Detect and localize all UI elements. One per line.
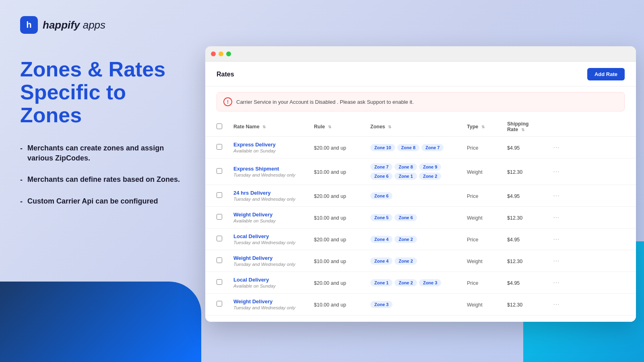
browser-titlebar — [205, 46, 636, 62]
bullet-item-2: Merchants can define rates based on Zone… — [20, 175, 185, 185]
th-rule[interactable]: Rule ⇅ — [308, 117, 365, 137]
maximize-dot[interactable] — [226, 51, 231, 56]
rule-text-0: $20.00 and up — [314, 145, 346, 151]
sort-rate-name-icon: ⇅ — [262, 125, 266, 129]
bullet-item-1: Merchants can create zones and assign va… — [20, 143, 185, 163]
rate-sub-5: Tuesday and Wednesday only — [233, 262, 303, 267]
row-checkbox-1[interactable] — [217, 168, 222, 174]
table-row: Local DeliveryTuesday and Wednesday only… — [205, 228, 636, 250]
zones-cell-4: Zone 4Zone 2 — [370, 236, 456, 243]
row-actions-2[interactable]: ⋯ — [551, 191, 561, 201]
zone-badge: Zone 6 — [394, 214, 417, 221]
row-actions-7[interactable]: ⋯ — [551, 299, 561, 309]
rates-header: Rates Add Rate — [205, 62, 636, 86]
zone-badge: Zone 3 — [419, 279, 441, 286]
rates-table: Rate Name ⇅ Rule ⇅ Zones ⇅ Type ⇅ Shippi… — [205, 117, 636, 315]
th-type[interactable]: Type ⇅ — [461, 117, 502, 137]
table-row: Express ShipmentTuesday and Wednesday on… — [205, 158, 636, 185]
table-row: Weight DeliveryTuesday and Wednesday onl… — [205, 294, 636, 315]
zone-badge: Zone 3 — [370, 301, 392, 308]
headline: Zones & Rates Specific to Zones — [20, 58, 185, 127]
left-panel: h happify apps Zones & Rates Specific to… — [0, 0, 205, 362]
sort-zones-icon: ⇅ — [388, 125, 391, 129]
shipping-rate-4: $4.95 — [507, 237, 520, 243]
page-title: Rates — [217, 71, 234, 78]
bullet-item-3: Custom Carrier Api can be configured — [20, 196, 185, 207]
zones-cell-2: Zone 6 — [370, 192, 456, 200]
select-all-checkbox[interactable] — [217, 123, 222, 129]
row-checkbox-0[interactable] — [217, 144, 222, 150]
logo-icon: h — [20, 16, 38, 34]
zone-badge: Zone 10 — [370, 144, 395, 151]
row-checkbox-2[interactable] — [217, 192, 222, 198]
row-actions-6[interactable]: ⋯ — [551, 278, 561, 288]
row-actions-0[interactable]: ⋯ — [551, 142, 561, 152]
zone-badge: Zone 4 — [370, 257, 392, 265]
rate-name-link-7[interactable]: Weight Delivery — [233, 298, 303, 304]
row-checkbox-4[interactable] — [217, 236, 222, 241]
row-actions-1[interactable]: ⋯ — [551, 167, 561, 177]
zone-badge: Zone 1 — [370, 279, 392, 286]
table-header: Rate Name ⇅ Rule ⇅ Zones ⇅ Type ⇅ Shippi… — [205, 117, 636, 137]
th-checkbox — [205, 117, 228, 137]
logo-text: happify apps — [43, 19, 105, 31]
alert-banner: ! Carrier Service in your Account is Dis… — [217, 92, 625, 111]
table-row: Local DeliveryAvailable on Sunday$20.00 … — [205, 272, 636, 294]
type-text-7: Weight — [467, 302, 483, 308]
row-actions-4[interactable]: ⋯ — [551, 234, 561, 244]
th-actions — [546, 117, 636, 137]
zone-badge: Zone 5 — [370, 214, 392, 221]
rate-sub-1: Tuesday and Wednesday only — [233, 173, 303, 177]
sort-type-icon: ⇅ — [481, 125, 485, 129]
row-actions-5[interactable]: ⋯ — [551, 256, 561, 266]
close-dot[interactable] — [211, 51, 216, 56]
rule-text-2: $20.00 and up — [314, 193, 346, 199]
rule-text-5: $10.00 and up — [314, 259, 346, 264]
sort-shipping-rate-icon: ⇅ — [521, 128, 524, 132]
type-text-0: Price — [467, 145, 478, 151]
alert-icon: ! — [223, 97, 232, 106]
rate-name-link-4[interactable]: Local Delivery — [233, 233, 303, 239]
th-rate-name[interactable]: Rate Name ⇅ — [228, 117, 308, 137]
row-checkbox-7[interactable] — [217, 301, 222, 306]
type-text-1: Weight — [467, 169, 483, 175]
shipping-rate-0: $4.95 — [507, 145, 520, 151]
add-rate-button[interactable]: Add Rate — [587, 68, 625, 80]
shipping-rate-3: $12.30 — [507, 215, 522, 221]
rate-name-link-5[interactable]: Weight Delivery — [233, 255, 303, 261]
row-actions-3[interactable]: ⋯ — [551, 212, 561, 222]
rate-sub-6: Available on Sunday — [233, 284, 303, 288]
browser-content: Rates Add Rate ! Carrier Service in your… — [205, 62, 636, 322]
rule-text-7: $10.00 and up — [314, 302, 346, 308]
minimize-dot[interactable] — [219, 51, 223, 56]
row-checkbox-3[interactable] — [217, 214, 222, 220]
rate-name-link-2[interactable]: 24 hrs Delivery — [233, 190, 303, 196]
row-checkbox-5[interactable] — [217, 257, 222, 263]
zone-badge: Zone 2 — [394, 257, 417, 265]
rate-sub-3: Available on Sunday — [233, 218, 303, 223]
th-zones[interactable]: Zones ⇅ — [365, 117, 461, 137]
rule-text-4: $20.00 and up — [314, 237, 346, 243]
rate-name-link-1[interactable]: Express Shipment — [233, 166, 303, 172]
rate-name-link-0[interactable]: Express Delivery — [233, 142, 303, 148]
type-text-2: Price — [467, 193, 478, 199]
logo-area: h happify apps — [20, 16, 185, 34]
table-body: Express DeliveryAvailable on Sunday$20.0… — [205, 137, 636, 315]
type-text-4: Price — [467, 237, 478, 243]
row-checkbox-6[interactable] — [217, 279, 222, 285]
zone-badge: Zone 7 — [370, 163, 392, 171]
zones-cell-5: Zone 4Zone 2 — [370, 257, 456, 265]
rate-name-link-6[interactable]: Local Delivery — [233, 277, 303, 283]
zone-badge: Zone 6 — [370, 173, 392, 180]
zone-badge: Zone 2 — [394, 236, 417, 243]
rate-sub-0: Available on Sunday — [233, 148, 303, 153]
rate-sub-4: Tuesday and Wednesday only — [233, 240, 303, 245]
bullet-list: Merchants can create zones and assign va… — [20, 143, 185, 207]
rule-text-3: $10.00 and up — [314, 215, 346, 221]
type-text-6: Price — [467, 280, 478, 286]
zone-badge: Zone 1 — [394, 173, 417, 180]
zones-cell-6: Zone 1Zone 2Zone 3 — [370, 279, 456, 286]
th-shipping-rate[interactable]: Shipping Rate ⇅ — [502, 117, 546, 137]
shipping-rate-2: $4.95 — [507, 193, 520, 199]
rate-name-link-3[interactable]: Weight Delivery — [233, 212, 303, 218]
